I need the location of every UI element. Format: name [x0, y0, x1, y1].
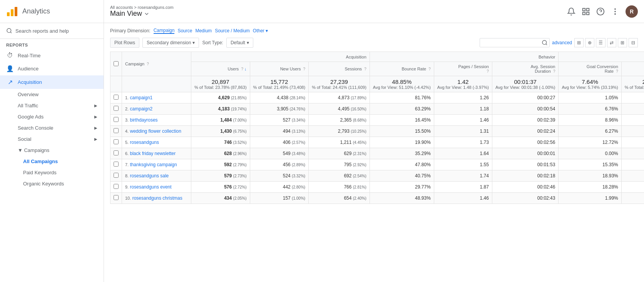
plot-rows-button[interactable]: Plot Rows	[110, 38, 139, 48]
dim-campaign[interactable]: Campaign	[154, 28, 175, 34]
row-users-2: 1,484 (7.00%)	[191, 115, 250, 126]
sidebar-item-campaigns[interactable]: ▼ Campaigns	[0, 145, 104, 156]
header-bounce-rate[interactable]: Bounce Rate ?	[370, 62, 434, 76]
table-search-input[interactable]	[480, 38, 542, 47]
grid-icon[interactable]	[582, 7, 590, 16]
row-new-users-6: 456 (2.89%)	[250, 159, 309, 170]
header-goal-completions[interactable]: GoalCompletions ?	[621, 62, 644, 76]
view-icon-pivot[interactable]: ⊞	[618, 38, 627, 47]
header-sessions[interactable]: Sessions ?	[309, 62, 370, 76]
more-vert-icon[interactable]	[611, 7, 619, 16]
row-name-link-5[interactable]: black friday newsletter	[130, 151, 176, 156]
dim-other[interactable]: Other ▾	[253, 28, 268, 33]
help-icon[interactable]	[596, 7, 605, 16]
row-avg-session-3: 00:02:24	[492, 126, 559, 137]
sidebar-item-overview[interactable]: Overview	[0, 89, 104, 100]
row-name-link-1[interactable]: campaign2	[130, 106, 153, 112]
row-goal-conv-rate-2: 8.96%	[559, 115, 621, 126]
row-pages-session-4: 1.73	[434, 137, 492, 148]
sidebar-item-audience[interactable]: 👤 Audience	[0, 62, 104, 75]
search-bar[interactable]: Search reports and help	[0, 23, 104, 39]
row-new-users-2: 527 (3.34%)	[250, 115, 309, 126]
row-pages-session-5: 1.64	[434, 148, 492, 159]
select-all-checkbox[interactable]	[114, 61, 119, 66]
row-name-link-6[interactable]: thanksgiving campaign	[130, 162, 177, 167]
row-checkbox-8[interactable]	[110, 182, 122, 193]
row-checkbox-input-1[interactable]	[114, 106, 119, 111]
chevron-down-icon-sort: ▾	[247, 40, 249, 45]
header-users[interactable]: Users ? ↓	[191, 62, 250, 76]
view-icon-custom[interactable]: ⊟	[629, 38, 638, 47]
row-pages-session-9: 1.46	[434, 193, 492, 204]
row-name-link-3[interactable]: wedding flower collection	[130, 128, 181, 134]
row-goal-completions-5: 0 (0.00%)	[621, 148, 644, 159]
topbar-left: All accounts > rosesandguns.com Main Vie…	[110, 5, 174, 18]
row-checkbox-4[interactable]	[110, 137, 122, 148]
row-checkbox-9[interactable]	[110, 193, 122, 204]
row-name-link-0[interactable]: campaign1	[130, 95, 153, 100]
view-title[interactable]: Main View	[110, 10, 174, 18]
row-checkbox-input-7[interactable]	[114, 173, 119, 178]
dim-source[interactable]: Source	[177, 28, 192, 33]
dim-medium[interactable]: Medium	[195, 28, 212, 33]
sidebar-item-all-traffic[interactable]: All Traffic▶	[0, 100, 104, 111]
dim-source-medium[interactable]: Source / Medium	[215, 28, 250, 33]
dimension-label: Primary Dimension:	[110, 28, 151, 33]
totals-new-users: 15,772 % of Total: 21.49% (73,408)	[250, 76, 309, 92]
sidebar-item-realtime[interactable]: ⏱ Real-Time	[0, 49, 104, 62]
header-pages-session[interactable]: Pages / Session?	[434, 62, 492, 76]
sidebar-item-acquisition[interactable]: ↗ Acquisition	[0, 75, 104, 89]
row-new-users-1: 3,905 (24.76%)	[250, 103, 309, 115]
sidebar-item-paid-keywords[interactable]: Paid Keywords	[0, 167, 104, 178]
svg-line-4	[10, 32, 12, 33]
row-checkbox-input-4[interactable]	[114, 139, 119, 144]
row-checkbox-input-0[interactable]	[114, 95, 119, 100]
view-icon-table[interactable]: ⊞	[574, 38, 584, 47]
header-goal-conv-rate[interactable]: Goal ConversionRate ?	[559, 62, 621, 76]
advanced-link[interactable]: advanced	[552, 40, 572, 45]
view-icon-bar[interactable]: ☰	[596, 38, 606, 47]
view-icon-compare[interactable]: ⇄	[607, 38, 616, 47]
row-name-link-8[interactable]: rosesandguns event	[130, 184, 172, 190]
topbar-right: R	[567, 5, 638, 18]
row-name-link-4[interactable]: rosesandguns	[130, 140, 159, 145]
sidebar-item-social[interactable]: Social▶	[0, 133, 104, 145]
row-users-7: 579 (2.73%)	[191, 170, 250, 182]
sort-default-dropdown[interactable]: Default ▾	[226, 38, 253, 48]
row-checkbox-input-2[interactable]	[114, 117, 119, 122]
sidebar-item-google-ads[interactable]: Google Ads▶	[0, 111, 104, 122]
row-checkbox-input-5[interactable]	[114, 150, 119, 155]
row-name-link-9[interactable]: rosesandguns christmas	[132, 195, 182, 201]
row-checkbox-3[interactable]	[110, 126, 122, 137]
sidebar-item-organic-keywords[interactable]: Organic Keywords	[0, 178, 104, 189]
row-checkbox-input-6[interactable]	[114, 162, 119, 167]
row-avg-session-4: 00:02:56	[492, 137, 559, 148]
header-new-users[interactable]: New Users ?	[250, 62, 309, 76]
row-checkbox-input-3[interactable]	[114, 128, 119, 133]
svg-rect-8	[587, 12, 589, 14]
row-checkbox-input-8[interactable]	[114, 184, 119, 189]
svg-rect-5	[583, 8, 585, 10]
bell-icon[interactable]	[567, 7, 575, 16]
row-checkbox-input-9[interactable]	[114, 195, 119, 200]
sidebar-item-all-campaigns[interactable]: All Campaigns	[0, 156, 104, 167]
row-num-name-1: 2. campaign2	[122, 103, 191, 115]
avatar[interactable]: R	[626, 5, 638, 18]
search-table-icon	[542, 40, 548, 46]
sidebar-item-search-console[interactable]: Search Console▶	[0, 122, 104, 133]
row-checkbox-0[interactable]	[110, 92, 122, 103]
row-name-link-7[interactable]: rosesandguns sale	[130, 173, 169, 179]
secondary-dimension-dropdown[interactable]: Secondary dimension ▾	[142, 38, 199, 48]
svg-rect-0	[7, 12, 10, 16]
totals-goal-conv-rate: 7.64% Avg for View: 5.74% (33.19%)	[559, 76, 621, 92]
row-checkbox-2[interactable]	[110, 115, 122, 126]
row-name-link-2[interactable]: birthdayroses	[130, 117, 158, 123]
row-checkbox-1[interactable]	[110, 103, 122, 115]
sidebar-item-acquisition-label: Acquisition	[18, 79, 42, 85]
header-avg-session[interactable]: Avg. SessionDuration ?	[492, 62, 559, 76]
row-checkbox-7[interactable]	[110, 170, 122, 182]
row-goal-conv-rate-6: 15.35%	[559, 159, 621, 170]
view-icon-pie[interactable]: ⊕	[585, 38, 594, 47]
row-checkbox-6[interactable]	[110, 159, 122, 170]
row-checkbox-5[interactable]	[110, 148, 122, 159]
